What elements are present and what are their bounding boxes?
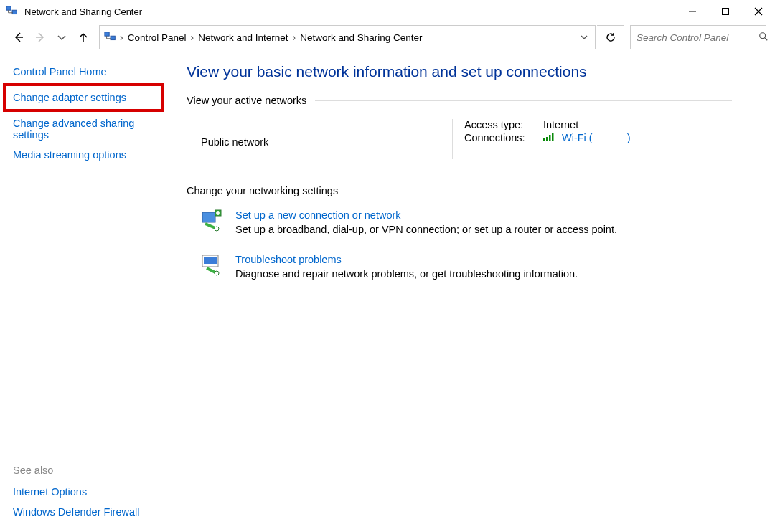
troubleshoot-item: Troubleshoot problems Diagnose and repai… xyxy=(201,254,732,280)
troubleshoot-icon xyxy=(201,254,225,278)
search-icon[interactable] xyxy=(758,32,769,44)
svg-point-21 xyxy=(215,271,219,275)
sidebar-control-panel-home[interactable]: Control Panel Home xyxy=(13,66,178,77)
search-box[interactable] xyxy=(630,25,766,49)
active-networks-label: View your active networks xyxy=(187,95,315,106)
recent-locations-button[interactable] xyxy=(52,27,72,47)
back-button[interactable] xyxy=(9,27,29,47)
address-dropdown-button[interactable] xyxy=(572,26,595,49)
address-bar[interactable]: › Control Panel › Network and Internet ›… xyxy=(99,25,596,49)
connection-link[interactable]: Wi-Fi ( ) xyxy=(562,132,631,143)
connection-name: Wi-Fi ( xyxy=(562,132,593,143)
svg-rect-0 xyxy=(6,6,11,10)
up-button[interactable] xyxy=(73,27,93,47)
svg-line-11 xyxy=(765,37,768,40)
section-active-networks: View your active networks xyxy=(187,95,732,106)
setup-connection-desc: Set up a broadband, dial-up, or VPN conn… xyxy=(235,224,617,235)
sidebar-defender-firewall[interactable]: Windows Defender Firewall xyxy=(13,506,178,518)
connections-label: Connections: xyxy=(464,132,543,143)
connection-name-tail: ) xyxy=(627,132,631,143)
svg-rect-9 xyxy=(111,36,115,39)
svg-rect-15 xyxy=(552,133,554,141)
setup-connection-link[interactable]: Set up a new connection or network xyxy=(235,209,617,221)
title-bar: Network and Sharing Center xyxy=(0,0,775,23)
toolbar: › Control Panel › Network and Internet ›… xyxy=(0,23,775,52)
svg-rect-16 xyxy=(202,212,215,222)
network-center-icon xyxy=(6,5,19,18)
setup-connection-icon xyxy=(201,209,225,234)
svg-rect-20 xyxy=(204,257,217,264)
svg-rect-14 xyxy=(549,135,551,141)
breadcrumb-network[interactable]: Network and Internet xyxy=(197,32,289,43)
highlight-change-adapter: Change adapter settings xyxy=(3,83,164,112)
svg-rect-3 xyxy=(723,9,729,15)
svg-rect-13 xyxy=(546,137,548,141)
sidebar-internet-options[interactable]: Internet Options xyxy=(13,486,178,498)
see-also-label: See also xyxy=(13,465,178,476)
network-type-label: Public network xyxy=(201,136,268,148)
main-panel: View your basic network information and … xyxy=(178,52,775,532)
content-body: Control Panel Home Change adapter settin… xyxy=(0,52,775,532)
troubleshoot-desc: Diagnose and repair network problems, or… xyxy=(235,268,578,280)
page-title: View your basic network information and … xyxy=(187,63,732,80)
search-input[interactable] xyxy=(637,32,758,43)
section-change-settings: Change your networking settings xyxy=(187,185,732,196)
chevron-right-icon[interactable]: › xyxy=(190,32,194,43)
active-network-block: Public network Access type: Internet Con… xyxy=(187,119,732,159)
sidebar-change-adapter-settings[interactable]: Change adapter settings xyxy=(13,92,126,103)
svg-rect-12 xyxy=(543,138,545,141)
forward-button[interactable] xyxy=(30,27,50,47)
svg-point-18 xyxy=(215,227,219,231)
address-icon xyxy=(104,31,117,44)
sidebar-change-advanced-sharing[interactable]: Change advanced sharing settings xyxy=(13,118,142,141)
svg-rect-1 xyxy=(12,10,17,14)
svg-rect-8 xyxy=(105,32,109,36)
breadcrumb-root[interactable]: Control Panel xyxy=(126,32,188,43)
minimize-button[interactable] xyxy=(676,0,709,23)
breadcrumb-leaf[interactable]: Network and Sharing Center xyxy=(299,32,423,43)
close-button[interactable] xyxy=(742,0,775,23)
setup-connection-item: Set up a new connection or network Set u… xyxy=(201,209,732,235)
troubleshoot-link[interactable]: Troubleshoot problems xyxy=(235,254,578,265)
svg-point-10 xyxy=(760,32,766,38)
access-type-label: Access type: xyxy=(464,119,543,130)
chevron-right-icon[interactable]: › xyxy=(292,32,296,43)
sidebar-media-streaming[interactable]: Media streaming options xyxy=(13,149,178,161)
maximize-button[interactable] xyxy=(709,0,742,23)
sidebar: Control Panel Home Change adapter settin… xyxy=(0,52,178,532)
chevron-right-icon[interactable]: › xyxy=(120,32,123,43)
access-type-value: Internet xyxy=(543,119,578,130)
wifi-signal-icon xyxy=(543,132,556,143)
window-title: Network and Sharing Center xyxy=(24,6,676,17)
change-settings-label: Change your networking settings xyxy=(187,185,347,196)
refresh-button[interactable] xyxy=(597,25,624,49)
